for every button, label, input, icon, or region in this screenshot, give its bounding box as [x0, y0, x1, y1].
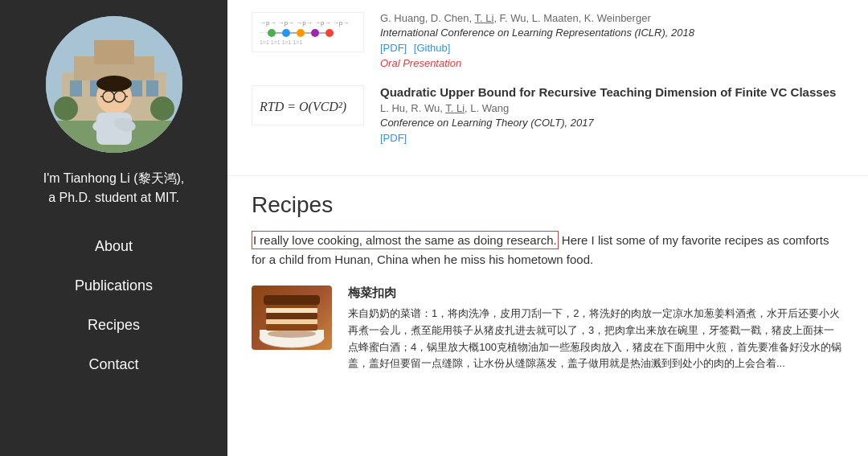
table-row: →p→ →p→ →p→ →p→ →p→ ─ ─ ─ ─ ─ ─ ─ 1=1 1=…	[252, 12, 844, 69]
svg-point-13	[96, 76, 132, 92]
svg-rect-7	[130, 80, 142, 97]
svg-point-9	[54, 97, 78, 121]
main-content: →p→ →p→ →p→ →p→ →p→ ─ ─ ─ ─ ─ ─ ─ 1=1 1=…	[227, 0, 868, 456]
pub-authors: G. Huang, D. Chen, T. Li, F. Wu, L. Maat…	[380, 12, 694, 24]
pub-authors: L. Hu, R. Wu, T. Li, L. Wang	[380, 102, 836, 114]
pdf-link[interactable]: [PDF]	[380, 42, 407, 54]
svg-rect-3	[94, 40, 134, 64]
recipes-section: Recipes I really love cooking, almost th…	[227, 176, 868, 401]
svg-point-25	[268, 29, 276, 37]
svg-rect-4	[70, 80, 82, 97]
svg-rect-39	[266, 313, 317, 319]
svg-point-26	[282, 29, 290, 37]
pub-diagram-svg: →p→ →p→ →p→ →p→ →p→ ─ ─ ─ ─ ─ ─ ─ 1=1 1=…	[256, 15, 360, 49]
pub-venue: International Conference on Learning Rep…	[380, 27, 694, 39]
svg-point-43	[268, 330, 316, 338]
github-link[interactable]: [Github]	[414, 42, 451, 54]
sidebar-item-publications[interactable]: Publications	[0, 266, 227, 306]
recipe-food-svg	[252, 286, 332, 350]
pub-links: [PDF]	[380, 132, 836, 144]
pub-links: [PDF] [Github]	[380, 42, 694, 54]
svg-rect-42	[264, 295, 320, 305]
sidebar-nav: About Publications Recipes Contact	[0, 227, 227, 384]
table-row: RTD = O(VCD²) Quadratic Upper Bound for …	[252, 85, 844, 147]
svg-rect-41	[266, 324, 317, 331]
svg-point-27	[297, 29, 305, 37]
sidebar: I'm Tianhong Li (黎天鸿), a Ph.D. student a…	[0, 0, 227, 456]
avatar-image	[46, 16, 182, 153]
recipe-image	[252, 286, 332, 350]
intro-highlight: I really love cooking, almost the same a…	[252, 231, 559, 249]
pub-title: Quadratic Upper Bound for Recursive Teac…	[380, 85, 836, 99]
avatar	[46, 16, 182, 153]
svg-text:1=1 1=1 1=1 1=1: 1=1 1=1 1=1 1=1	[260, 39, 302, 45]
sidebar-item-recipes[interactable]: Recipes	[0, 306, 227, 345]
pub-diagram-image: →p→ →p→ →p→ →p→ →p→ ─ ─ ─ ─ ─ ─ ─ 1=1 1=…	[252, 12, 364, 52]
pub-oral-badge: Oral Presentation	[380, 57, 694, 69]
recipe-description: 来自奶奶的菜谱：1，将肉洗净，皮用刀刮一下，2，将洗好的肉放一定凉水加葱姜料酒煮…	[348, 306, 844, 372]
svg-text:RTD = O(VCD²): RTD = O(VCD²)	[259, 100, 346, 114]
sidebar-item-about[interactable]: About	[0, 227, 227, 266]
pub-details: G. Huang, D. Chen, T. Li, F. Wu, L. Maat…	[380, 12, 694, 69]
svg-rect-8	[146, 80, 158, 97]
pub-formula-svg: RTD = O(VCD²)	[256, 88, 360, 122]
pub-formula-image: RTD = O(VCD²)	[252, 85, 364, 125]
svg-rect-40	[266, 319, 317, 324]
publications-section: →p→ →p→ →p→ →p→ →p→ ─ ─ ─ ─ ─ ─ ─ 1=1 1=…	[227, 0, 868, 176]
svg-text:→p→ →p→ →p→ →p→ →p→: →p→ →p→ →p→ →p→ →p→	[260, 19, 349, 27]
list-item: 梅菜扣肉 来自奶奶的菜谱：1，将肉洗净，皮用刀刮一下，2，将洗好的肉放一定凉水加…	[252, 286, 844, 372]
recipes-intro: I really love cooking, almost the same a…	[252, 231, 844, 269]
svg-point-28	[311, 29, 319, 37]
svg-point-29	[326, 29, 334, 37]
recipe-details: 梅菜扣肉 来自奶奶的菜谱：1，将肉洗净，皮用刀刮一下，2，将洗好的肉放一定凉水加…	[348, 286, 844, 372]
svg-point-10	[150, 97, 174, 121]
svg-rect-38	[266, 308, 317, 313]
pub-venue: Conference on Learning Theory (COLT), 20…	[380, 117, 836, 129]
sidebar-name: I'm Tianhong Li (黎天鸿), a Ph.D. student a…	[43, 169, 185, 207]
recipes-heading: Recipes	[252, 192, 844, 218]
pub-details: Quadratic Upper Bound for Recursive Teac…	[380, 85, 836, 147]
pdf-link[interactable]: [PDF]	[380, 132, 407, 144]
sidebar-item-contact[interactable]: Contact	[0, 345, 227, 384]
recipe-name: 梅菜扣肉	[348, 286, 844, 301]
